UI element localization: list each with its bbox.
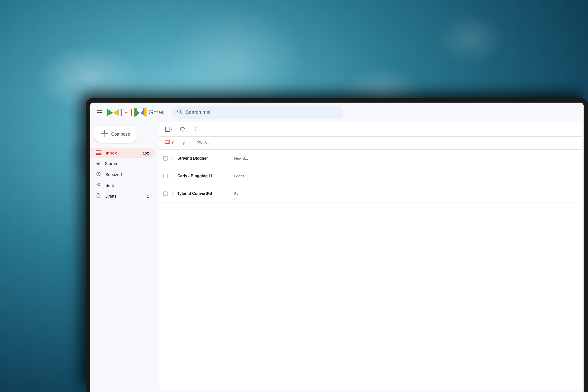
compose-plus-icon bbox=[101, 130, 108, 138]
sidebar: Compose Inbox 152 bbox=[90, 122, 159, 392]
laptop-frame: Gmail Search mail bbox=[86, 98, 588, 392]
svg-point-17 bbox=[178, 110, 181, 113]
email-checkbox[interactable] bbox=[163, 192, 168, 196]
email-content-area: ▾ bbox=[159, 122, 582, 390]
snoozed-icon bbox=[96, 172, 101, 178]
inbox-icon bbox=[96, 150, 102, 156]
email-sender: Striving Blogger bbox=[177, 156, 231, 160]
hamburger-line-1 bbox=[97, 110, 102, 111]
svg-rect-2 bbox=[121, 109, 122, 116]
tab-primary[interactable]: Primary bbox=[159, 136, 191, 149]
search-icon bbox=[177, 109, 182, 116]
social-tab-label: S... bbox=[204, 140, 210, 145]
tab-social[interactable]: S... bbox=[191, 136, 216, 149]
starred-icon: ★ bbox=[96, 161, 101, 167]
refresh-button[interactable] bbox=[178, 125, 187, 134]
search-input-placeholder: Search mail bbox=[186, 110, 211, 115]
svg-rect-15 bbox=[134, 108, 137, 116]
email-checkbox[interactable] bbox=[163, 156, 168, 160]
email-list: ☆ Striving Blogger New B... ☆ Carly - Bl… bbox=[159, 150, 582, 390]
drafts-badge: 1 bbox=[147, 194, 149, 198]
snoozed-label: Snoozed bbox=[105, 172, 122, 177]
email-row[interactable]: ☆ Striving Blogger New B... bbox=[159, 150, 582, 167]
starred-label: Starred bbox=[105, 161, 119, 166]
email-checkbox[interactable] bbox=[163, 174, 168, 178]
svg-point-34 bbox=[199, 141, 201, 142]
search-bar[interactable]: Search mail bbox=[172, 106, 343, 119]
sidebar-item-inbox[interactable]: Inbox 152 bbox=[90, 148, 155, 158]
sidebar-item-drafts[interactable]: Drafts 1 bbox=[90, 191, 155, 202]
gmail-logo-area: Gmail bbox=[107, 108, 164, 117]
gmail-m-final bbox=[134, 108, 147, 117]
svg-rect-16 bbox=[144, 108, 147, 116]
menu-button[interactable] bbox=[95, 108, 104, 116]
sidebar-item-starred[interactable]: ★ Starred bbox=[90, 158, 155, 169]
gmail-m-logo bbox=[107, 108, 119, 117]
app-header: Gmail Search mail bbox=[90, 102, 583, 122]
select-checkbox bbox=[165, 127, 170, 132]
email-toolbar: ▾ bbox=[159, 122, 582, 136]
primary-tab-label: Primary bbox=[172, 140, 185, 145]
compose-label: Compose bbox=[111, 132, 130, 137]
email-preview: I don't... bbox=[234, 174, 577, 178]
sidebar-item-sent[interactable]: Sent bbox=[90, 180, 155, 191]
compose-button[interactable]: Compose bbox=[94, 126, 137, 143]
sent-label: Sent bbox=[105, 183, 114, 188]
svg-point-31 bbox=[195, 130, 196, 131]
email-preview: Bypas... bbox=[234, 192, 577, 196]
email-star-icon[interactable]: ☆ bbox=[171, 173, 174, 179]
hamburger-line-2 bbox=[97, 112, 102, 113]
email-sender: Tyler at ConvertKit bbox=[177, 192, 231, 196]
primary-tab-icon bbox=[165, 140, 170, 145]
email-row[interactable]: ☆ Tyler at ConvertKit Bypas... bbox=[159, 185, 582, 202]
email-star-icon[interactable]: ☆ bbox=[171, 156, 174, 161]
gmail-app: Gmail Search mail bbox=[90, 102, 583, 392]
email-preview: New B... bbox=[234, 156, 577, 160]
svg-rect-3 bbox=[131, 109, 132, 116]
drafts-icon bbox=[96, 193, 101, 199]
svg-point-30 bbox=[195, 129, 196, 130]
email-sender: Carly - Blogging Li. bbox=[177, 174, 231, 178]
select-dropdown-icon: ▾ bbox=[171, 128, 173, 131]
svg-point-29 bbox=[195, 127, 196, 128]
svg-line-18 bbox=[181, 113, 182, 114]
hamburger-line-3 bbox=[97, 114, 102, 114]
gmail-main-area: Compose Inbox 152 bbox=[90, 122, 583, 392]
inbox-badge: 152 bbox=[143, 151, 149, 155]
select-all-button[interactable]: ▾ bbox=[163, 125, 174, 134]
gmail-logo-icon bbox=[121, 108, 132, 117]
screen-bezel: Gmail Search mail bbox=[90, 102, 583, 392]
inbox-label: Inbox bbox=[106, 151, 117, 156]
email-row[interactable]: ☆ Carly - Blogging Li. I don't... bbox=[159, 167, 582, 185]
social-tab-icon bbox=[197, 140, 202, 145]
more-options-button[interactable] bbox=[191, 125, 200, 134]
drafts-label: Drafts bbox=[105, 194, 116, 199]
gmail-wordmark: Gmail bbox=[149, 108, 164, 116]
more-vert-icon bbox=[193, 126, 198, 132]
refresh-icon bbox=[180, 126, 185, 132]
tabs-row: Primary S... bbox=[159, 136, 582, 150]
sent-icon bbox=[96, 183, 101, 188]
svg-point-33 bbox=[198, 141, 199, 142]
sidebar-item-snoozed[interactable]: Snoozed bbox=[90, 169, 155, 180]
email-star-icon[interactable]: ☆ bbox=[171, 191, 174, 196]
